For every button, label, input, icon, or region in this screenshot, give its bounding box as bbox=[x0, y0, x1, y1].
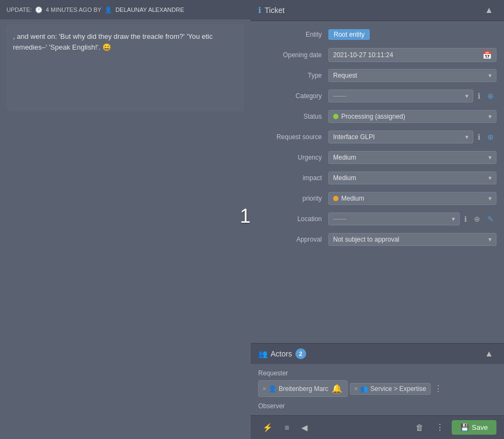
observer-label: Observer bbox=[258, 402, 496, 410]
entity-badge: Root entity bbox=[328, 29, 370, 40]
ticket-collapse-button[interactable]: ▲ bbox=[481, 4, 496, 16]
time-ago: 4 MINUTES AGO BY bbox=[46, 6, 101, 13]
user-icon: 👤 bbox=[105, 6, 112, 13]
category-text: —— bbox=[333, 92, 346, 100]
collapse-left-button[interactable]: ◀ bbox=[297, 421, 312, 435]
type-text: Request bbox=[333, 72, 357, 79]
approval-label: Approval bbox=[258, 236, 328, 243]
impact-row: impact Medium ▾ bbox=[251, 168, 504, 188]
actors-section: 👥 Actors 2 ▲ Requester × 👤 Breitenberg M… bbox=[251, 343, 504, 415]
urgency-select[interactable]: Medium ▾ bbox=[328, 151, 496, 164]
priority-label: priority bbox=[258, 195, 328, 202]
page-number: 1 bbox=[240, 205, 251, 228]
request-source-info-button[interactable]: ℹ bbox=[475, 131, 483, 143]
requester-more-button[interactable]: ⋮ bbox=[433, 382, 444, 395]
priority-chevron-icon: ▾ bbox=[488, 195, 492, 202]
ticket-form: Entity Root entity Opening date 2021-10-… bbox=[251, 21, 504, 343]
location-label: Location bbox=[258, 215, 328, 223]
requester-tags: × 👤 Breitenberg Marc 🔔 × 👥 Service > Exp… bbox=[258, 380, 496, 397]
bottom-toolbar: ⚡ ≡ ◀ 🗑 ⋮ 💾 Save bbox=[251, 415, 504, 439]
status-select[interactable]: Processing (assigned) ▾ bbox=[328, 110, 496, 123]
approval-value: Not subject to approval ▾ bbox=[328, 233, 496, 246]
type-row: Type Request ▾ bbox=[251, 65, 504, 86]
requester-person-bell-icon[interactable]: 🔔 bbox=[330, 382, 343, 395]
status-text: Processing (assigned) bbox=[341, 113, 405, 120]
status-chevron-icon: ▾ bbox=[488, 113, 492, 120]
actors-group-icon: 👥 bbox=[258, 349, 267, 358]
actors-collapse-button[interactable]: ▲ bbox=[481, 348, 496, 360]
priority-text: Medium bbox=[341, 195, 364, 202]
date-text: 2021-10-27 10:11:24 bbox=[333, 51, 393, 59]
content-text: , and went on: 'But why did they draw th… bbox=[13, 31, 238, 52]
ticket-info-icon: ℹ bbox=[258, 5, 261, 15]
ticket-section-header: ℹ Ticket ▲ bbox=[251, 0, 504, 21]
calendar-icon: 📅 bbox=[482, 51, 492, 59]
impact-value: Medium ▾ bbox=[328, 172, 496, 184]
location-row: Location —— ▾ ℹ ⊕ ✎ bbox=[251, 209, 504, 229]
type-select[interactable]: Request ▾ bbox=[328, 69, 496, 82]
left-panel: UPDATE: 🕐 4 MINUTES AGO BY 👤 DELAUNAY AL… bbox=[0, 0, 251, 439]
location-info-button[interactable]: ℹ bbox=[461, 213, 470, 225]
requester-group-name: Service > Expertise bbox=[370, 385, 426, 393]
save-label: Save bbox=[472, 423, 488, 431]
actors-title: 👥 Actors 2 bbox=[258, 348, 306, 359]
request-source-select[interactable]: Interface GLPI ▾ bbox=[328, 131, 473, 143]
category-select[interactable]: —— ▾ bbox=[328, 90, 473, 102]
approval-select[interactable]: Not subject to approval ▾ bbox=[328, 233, 496, 246]
location-chevron-icon: ▾ bbox=[452, 215, 455, 223]
type-label: Type bbox=[258, 72, 328, 79]
toolbar-right: 🗑 ⋮ 💾 Save bbox=[411, 420, 496, 435]
more-options-button[interactable]: ⋮ bbox=[431, 420, 448, 435]
request-source-value: Interface GLPI ▾ ℹ ⊕ bbox=[328, 131, 496, 143]
request-source-add-button[interactable]: ⊕ bbox=[485, 131, 496, 143]
save-icon: 💾 bbox=[460, 423, 469, 431]
approval-chevron-icon: ▾ bbox=[488, 236, 492, 243]
person-icon: 👤 bbox=[268, 385, 277, 393]
requester-remove-person-button[interactable]: × bbox=[263, 385, 266, 393]
requester-label: Requester bbox=[258, 369, 496, 377]
priority-select[interactable]: Medium ▾ bbox=[328, 192, 496, 205]
date-input[interactable]: 2021-10-27 10:11:24 📅 bbox=[328, 48, 496, 62]
location-search-button[interactable]: ⊕ bbox=[471, 213, 483, 225]
request-source-chevron-icon: ▾ bbox=[465, 133, 468, 141]
group-icon: 👥 bbox=[360, 385, 368, 393]
trash-button[interactable]: 🗑 bbox=[411, 421, 428, 434]
priority-dot bbox=[333, 196, 339, 201]
urgency-chevron-icon: ▾ bbox=[488, 154, 492, 161]
opening-date-row: Opening date 2021-10-27 10:11:24 📅 bbox=[251, 45, 504, 65]
priority-row: priority Medium ▾ bbox=[251, 188, 504, 209]
urgency-text: Medium bbox=[333, 154, 356, 161]
location-value: —— ▾ ℹ ⊕ ✎ bbox=[328, 212, 496, 225]
filter-button[interactable]: ⚡ bbox=[258, 421, 277, 435]
priority-value: Medium ▾ bbox=[328, 192, 496, 205]
category-add-button[interactable]: ⊕ bbox=[485, 90, 496, 102]
category-info-button[interactable]: ℹ bbox=[475, 90, 483, 102]
save-button[interactable]: 💾 Save bbox=[452, 420, 496, 435]
list-button[interactable]: ≡ bbox=[280, 421, 294, 435]
requester-tag-person: × 👤 Breitenberg Marc 🔔 bbox=[258, 380, 348, 397]
location-text: —— bbox=[333, 215, 346, 223]
update-bar: UPDATE: 🕐 4 MINUTES AGO BY 👤 DELAUNAY AL… bbox=[0, 0, 251, 19]
username: DELAUNAY ALEXANDRE bbox=[115, 6, 184, 13]
impact-label: impact bbox=[258, 174, 328, 182]
actors-body: Requester × 👤 Breitenberg Marc 🔔 × 👥 Ser… bbox=[251, 364, 504, 415]
actors-title-text: Actors bbox=[271, 349, 292, 358]
impact-chevron-icon: ▾ bbox=[488, 174, 492, 182]
location-select[interactable]: —— ▾ bbox=[328, 212, 460, 225]
location-edit-button[interactable]: ✎ bbox=[485, 213, 496, 225]
ticket-title: ℹ Ticket bbox=[258, 5, 285, 15]
ticket-title-text: Ticket bbox=[265, 6, 285, 15]
actors-header: 👥 Actors 2 ▲ bbox=[251, 344, 504, 364]
content-box: , and went on: 'But why did they draw th… bbox=[6, 25, 244, 111]
request-source-label: Request source bbox=[258, 133, 328, 141]
urgency-row: Urgency Medium ▾ bbox=[251, 147, 504, 168]
requester-remove-group-button[interactable]: × bbox=[354, 385, 358, 393]
entity-row: Entity Root entity bbox=[251, 24, 504, 45]
requester-person-name: Breitenberg Marc bbox=[279, 385, 328, 393]
request-source-text: Interface GLPI bbox=[333, 133, 375, 141]
impact-text: Medium bbox=[333, 174, 356, 182]
impact-select[interactable]: Medium ▾ bbox=[328, 172, 496, 184]
opening-date-label: Opening date bbox=[258, 51, 328, 59]
status-value: Processing (assigned) ▾ bbox=[328, 110, 496, 123]
approval-text: Not subject to approval bbox=[333, 236, 399, 243]
